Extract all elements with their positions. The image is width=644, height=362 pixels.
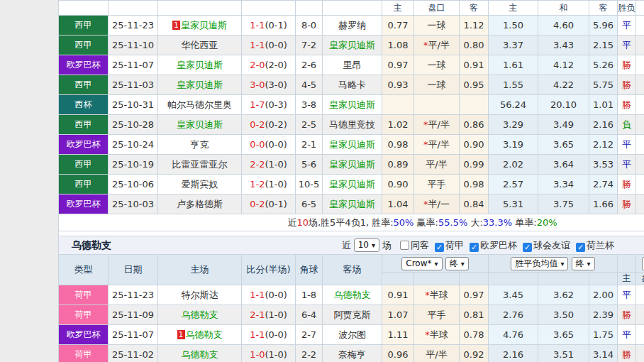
eu-draw-odds: 3.65 <box>538 325 589 345</box>
half-time-score: (0-3) <box>265 99 287 110</box>
home-team[interactable]: 卢多格德斯 <box>158 194 242 214</box>
home-team[interactable]: 1乌德勒支 <box>158 325 242 345</box>
ah-home-odds: 0.90 <box>382 175 414 194</box>
summary-segment: 场,胜5平4负1, <box>309 217 372 228</box>
home-team[interactable]: 1皇家贝迪斯 <box>158 16 242 35</box>
corner-cell: 2-7 <box>296 325 323 345</box>
empty-header-cell <box>296 1 323 16</box>
checked-checkbox[interactable]: ✓ <box>470 243 479 252</box>
ah-home-odds: 1.08 <box>382 35 414 55</box>
half-time-score: (0-2) <box>265 119 287 130</box>
league-badge[interactable]: 西甲 <box>59 35 109 55</box>
match-row: 欧罗巴杯25-11-07皇家贝迪斯2-0(2-0)2-6里昂0.97一球0.91… <box>59 55 644 75</box>
away-team[interactable]: 皇家贝迪斯 <box>323 35 382 55</box>
match-row: 西甲25-11-03皇家贝迪斯3-0(3-0)4-5马略卡0.93一球0.951… <box>59 75 644 95</box>
eu-draw-odds: 3.50 <box>538 305 589 325</box>
away-team[interactable]: 皇家贝迪斯 <box>323 194 382 214</box>
clipped-cell <box>636 55 644 75</box>
away-team[interactable]: 奈梅亨 <box>323 345 382 362</box>
col-header-home: 主场 <box>158 255 242 285</box>
away-team[interactable]: 乌德勒支 <box>323 285 382 305</box>
score-cell: 1-0(1-0) <box>242 345 296 362</box>
checkbox-label[interactable]: 球会友谊 <box>533 240 570 251</box>
home-team[interactable]: 乌德勒支 <box>158 345 242 362</box>
away-team[interactable]: 阿贾克斯 <box>323 305 382 325</box>
league-badge[interactable]: 欧罗巴杯 <box>59 55 109 75</box>
ah-home-odds: 0.93 <box>382 75 414 95</box>
empty-header-cell <box>538 273 589 285</box>
away-team[interactable]: 皇家贝迪斯 <box>323 155 382 175</box>
away-team[interactable]: 赫罗纳 <box>323 16 382 35</box>
eu-away-odds: 2.39 <box>589 305 618 325</box>
ah-away-odds: 0.84 <box>460 194 489 214</box>
clipped-cell <box>636 305 644 325</box>
league-badge[interactable]: 荷甲 <box>59 305 109 325</box>
corner-cell: 2-6 <box>296 55 323 75</box>
checkbox-label[interactable]: 荷甲 <box>445 240 464 251</box>
away-team[interactable]: 皇家贝迪斯 <box>323 175 382 194</box>
away-team[interactable]: 马德里竞技 <box>323 115 382 135</box>
league-badge[interactable]: 西甲 <box>59 175 109 194</box>
home-team[interactable]: 特尔斯达 <box>158 285 242 305</box>
result-cell: 勝 <box>618 345 636 362</box>
euro-average-select[interactable]: 胜平负均值▾ <box>511 257 568 270</box>
result-cell: 平 <box>618 16 636 35</box>
league-badge[interactable]: 欧罗巴杯 <box>59 325 109 345</box>
checkbox-label[interactable]: 同客 <box>411 240 429 251</box>
clipped-cell <box>636 75 644 95</box>
home-team[interactable]: 华伦西亚 <box>158 35 242 55</box>
unchecked-checkbox[interactable] <box>400 241 409 250</box>
league-badge[interactable]: 西甲 <box>59 16 109 35</box>
handicap-cell <box>414 95 460 115</box>
league-badge[interactable]: 西甲 <box>59 115 109 135</box>
away-team[interactable]: 波尔图 <box>323 325 382 345</box>
recent-count-select[interactable]: 10▾ <box>354 238 379 252</box>
home-team[interactable]: 帕尔马德尔里奥 <box>158 95 242 115</box>
away-team[interactable]: 皇家贝迪斯 <box>323 135 382 155</box>
eu-draw-odds: 3.64 <box>538 155 589 175</box>
league-badge[interactable]: 西甲 <box>59 75 109 95</box>
league-badge[interactable]: 西甲 <box>59 155 109 175</box>
away-team[interactable]: 马略卡 <box>323 75 382 95</box>
checkbox-label[interactable]: 欧罗巴杯 <box>480 240 517 251</box>
home-team[interactable]: 亨克 <box>158 135 242 155</box>
match-date: 25-11-10 <box>109 35 158 55</box>
match-row: 荷甲25-11-23特尔斯达1-1(0-0)1-8乌德勒支0.91*半球0.97… <box>59 285 644 305</box>
section-title: 乌德勒支 <box>59 239 111 252</box>
home-team[interactable]: 皇家贝迪斯 <box>158 75 242 95</box>
checked-checkbox[interactable]: ✓ <box>435 243 444 252</box>
away-team[interactable]: 皇家贝迪斯 <box>323 95 382 115</box>
eu-away-odds: 2.16 <box>589 115 618 135</box>
euro-final-select[interactable]: 终▾ <box>572 257 595 270</box>
half-time-score: (1-0) <box>265 309 287 320</box>
result-cell: 勝 <box>618 194 636 214</box>
league-badge[interactable]: 荷甲 <box>59 345 109 362</box>
league-badge[interactable]: 欧罗巴杯 <box>59 135 109 155</box>
clipped-cell <box>636 325 644 345</box>
home-team[interactable]: 乌德勒支 <box>158 305 242 325</box>
ah-home-odds: 1.02 <box>382 115 414 135</box>
edge-select[interactable]: 全 <box>642 257 644 270</box>
col-header-date: 日期 <box>109 255 158 285</box>
eu-away-odds: 1.01 <box>589 95 618 115</box>
league-badge[interactable]: 欧罗巴杯 <box>59 194 109 214</box>
checkbox-label[interactable]: 荷兰杯 <box>587 240 614 251</box>
final-odds-select[interactable]: 终▾ <box>445 257 469 270</box>
bookmaker-select[interactable]: Crow*▾ <box>401 257 442 270</box>
utrecht-section-header: 乌德勒支 近 10▾ 场 同客✓荷甲✓欧罗巴杯✓球会友谊✓荷兰杯 <box>58 236 644 254</box>
eu-draw-odds: 20.10 <box>538 95 589 115</box>
col-header-score: 比分(半场) <box>242 255 296 285</box>
checked-checkbox[interactable]: ✓ <box>576 243 585 252</box>
league-badge[interactable]: 西杯 <box>59 95 109 115</box>
full-time-score: 1-1 <box>250 20 265 31</box>
away-team[interactable]: 里昂 <box>323 55 382 75</box>
checked-checkbox[interactable]: ✓ <box>523 243 532 252</box>
result-cell: 平 <box>618 155 636 175</box>
summary-segment: 20% <box>537 217 557 228</box>
home-team[interactable]: 爱斯宾奴 <box>158 175 242 194</box>
league-badge[interactable]: 荷甲 <box>59 285 109 305</box>
home-team[interactable]: 比雷亚雷亚尔 <box>158 155 242 175</box>
match-date: 25-10-31 <box>109 95 158 115</box>
home-team[interactable]: 皇家贝迪斯 <box>158 115 242 135</box>
home-team[interactable]: 皇家贝迪斯 <box>158 55 242 75</box>
